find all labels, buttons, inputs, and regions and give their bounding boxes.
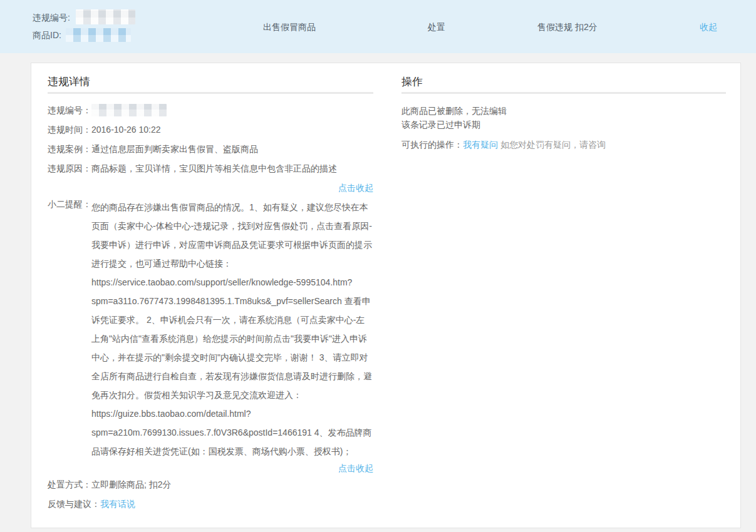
detail-row-violation-case: 违规案例： 通过信息层面判断卖家出售假冒、盗版商品 (48, 143, 373, 155)
detail-label: 违规原因： (48, 162, 91, 175)
violation-details-title: 违规详情 (48, 75, 373, 94)
violation-details-section: 违规详情 违规编号： 违规时间： 2016-10-26 10:22 违规案例： … (48, 75, 373, 517)
detail-row-violation-reason: 违规原因： 商品标题，宝贝详情，宝贝图片等相关信息中包含非正品的描述 (48, 162, 373, 175)
operations-title: 操作 (401, 75, 726, 94)
operation-status-line2: 该条记录已过申诉期 (401, 118, 726, 131)
disposal-value: 立即删除商品; 扣2分 (91, 479, 172, 489)
staff-reminder-text: 您的商品存在涉嫌出售假冒商品的情况。1、如有疑义，建议您尽快在本页面（卖家中心-… (91, 198, 373, 461)
operation-status-line1: 此商品已被删除，无法编辑 (401, 104, 726, 118)
detail-label: 反馈与建议： (48, 499, 100, 509)
detail-label: 违规案例： (48, 143, 91, 155)
violation-summary-bar: 违规编号: 商品ID: 出售假冒商品 处置 售假违规 扣2分 收起 (0, 0, 756, 53)
summary-action: 处置 (428, 22, 445, 32)
detail-row-violation-time: 违规时间： 2016-10-26 10:22 (48, 123, 373, 136)
detail-row-feedback: 反馈与建议：我有话说 (48, 498, 373, 510)
redacted-violation-number (76, 9, 135, 24)
operations-section: 操作 此商品已被删除，无法编辑 该条记录已过申诉期 可执行的操作：我有疑问 如您… (401, 75, 726, 151)
collapse-reminder-link[interactable]: 点击收起 (338, 463, 373, 473)
detail-label: 小二提醒： (48, 198, 91, 461)
detail-row-disposal: 处置方式：立即删除商品; 扣2分 (48, 478, 373, 491)
collapse-panel-link[interactable]: 收起 (700, 22, 717, 32)
executable-operations-row: 可执行的操作：我有疑问 如您对处罚有疑问，请咨询 (401, 138, 726, 151)
detail-label: 违规时间： (48, 123, 91, 136)
have-question-link[interactable]: 我有疑问 (463, 140, 498, 150)
detail-value: 商品标题，宝贝详情，宝贝图片等相关信息中包含非正品的描述 (91, 162, 373, 175)
summary-penalty: 售假违规 扣2分 (537, 22, 598, 32)
violation-number-label: 违规编号: (33, 13, 70, 23)
detail-row-violation-number: 违规编号： (48, 104, 373, 116)
detail-value: 通过信息层面判断卖家出售假冒、盗版商品 (91, 143, 373, 155)
redacted-violation-number-detail (91, 104, 167, 116)
collapse-reason-link[interactable]: 点击收起 (338, 183, 373, 193)
question-hint-text: 如您对处罚有疑问，请咨询 (500, 140, 606, 150)
detail-label: 处置方式： (48, 479, 91, 489)
feedback-link[interactable]: 我有话说 (100, 499, 135, 509)
summary-ids: 违规编号: 商品ID: (33, 9, 135, 44)
redacted-product-id (66, 28, 131, 42)
detail-row-staff-reminder: 小二提醒： 您的商品存在涉嫌出售假冒商品的情况。1、如有疑义，建议您尽快在本页面… (48, 198, 373, 461)
violation-detail-card: 违规详情 违规编号： 违规时间： 2016-10-26 10:22 违规案例： … (31, 63, 741, 528)
executable-operations-label: 可执行的操作： (401, 140, 463, 150)
detail-value: 2016-10-26 10:22 (91, 123, 373, 136)
detail-label: 违规编号： (48, 104, 91, 116)
product-id-label: 商品ID: (33, 30, 61, 40)
summary-violation-type: 出售假冒商品 (263, 22, 316, 32)
